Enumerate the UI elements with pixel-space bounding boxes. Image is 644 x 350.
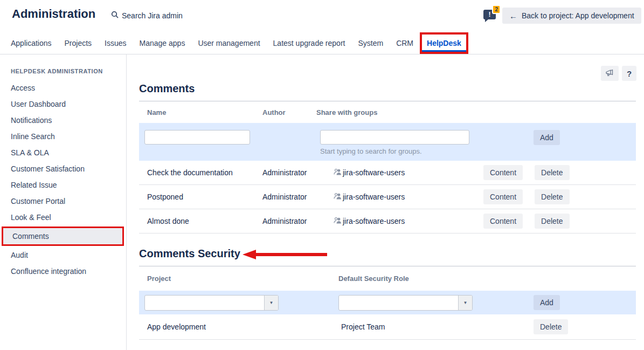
content-button[interactable]: Content [483, 189, 523, 204]
chevron-down-icon: ▼ [458, 296, 472, 310]
delete-button[interactable]: Delete [534, 319, 568, 334]
group-icon [334, 193, 342, 201]
tab-system[interactable]: System [351, 32, 390, 54]
helpdesk-sidebar: HELPDESK ADMINISTRATION Access User Dash… [0, 54, 127, 350]
megaphone-icon [605, 69, 614, 78]
comment-author: Administrator [262, 217, 316, 225]
comments-section: Comments Name Author Share with groups S… [139, 83, 636, 234]
sidebar-item-access[interactable]: Access [0, 80, 126, 96]
comment-name: Check the documentation [139, 168, 262, 177]
sidebar-item-user-dashboard[interactable]: User Dashboard [0, 96, 126, 112]
security-add-row: ▼ ▼ Add [139, 291, 636, 314]
tab-projects[interactable]: Projects [58, 32, 99, 54]
tab-helpdesk[interactable]: HelpDesk [420, 32, 468, 54]
groups-input-hint: Start typing to search for groups. [320, 147, 483, 155]
sidebar-item-audit[interactable]: Audit [0, 247, 126, 263]
tab-crm[interactable]: CRM [390, 32, 420, 54]
delete-button[interactable]: Delete [535, 214, 569, 229]
comment-row: Check the documentation Administrator ji… [139, 161, 636, 185]
comments-security-title: Comments Security [139, 248, 636, 260]
comment-group: jira-software-users [343, 193, 405, 201]
tab-applications[interactable]: Applications [4, 32, 58, 54]
admin-search[interactable]: Search Jira admin [111, 11, 183, 20]
comment-row: Postponed Administrator jira-software-us… [139, 185, 636, 209]
add-comment-button[interactable]: Add [534, 130, 560, 145]
comment-author: Administrator [262, 168, 316, 177]
sidebar-item-sla-ola[interactable]: SLA & OLA [0, 145, 126, 161]
sidebar-item-customer-portal[interactable]: Customer Portal [0, 193, 126, 209]
comments-table-header: Name Author Share with groups [139, 101, 636, 123]
sidebar-item-comments[interactable]: Comments [2, 227, 124, 246]
comment-author: Administrator [262, 193, 316, 201]
app-header: Administration Search Jira admin ! 2 ← B… [0, 0, 644, 32]
comment-row: Almost done Administrator jira-software-… [139, 209, 636, 234]
comment-name-input[interactable] [144, 130, 250, 145]
column-author: Author [262, 108, 316, 116]
page-title: Administration [12, 7, 95, 21]
tab-manage-apps[interactable]: Manage apps [133, 32, 192, 54]
security-project: App development [139, 322, 333, 331]
delete-button[interactable]: Delete [535, 189, 569, 204]
sidebar-item-look-feel[interactable]: Look & Feel [0, 209, 126, 225]
tab-latest-upgrade-report[interactable]: Latest upgrade report [267, 32, 352, 54]
delete-button[interactable]: Delete [535, 165, 569, 180]
sidebar-item-notifications[interactable]: Notifications [0, 112, 126, 128]
column-name: Name [139, 108, 262, 116]
notification-exclamation: ! [489, 11, 491, 18]
back-to-project-button[interactable]: ← Back to project: App development [502, 8, 641, 24]
comment-name: Postponed [139, 193, 262, 201]
tab-user-management[interactable]: User management [191, 32, 266, 54]
search-label: Search Jira admin [122, 11, 183, 20]
main-content: ? Comments Name Author Share with groups… [127, 54, 644, 350]
sidebar-section-title: HELPDESK ADMINISTRATION [11, 68, 126, 74]
jira-admin-page: Administration Search Jira admin ! 2 ← B… [0, 0, 644, 350]
content-button[interactable]: Content [483, 214, 523, 229]
security-row: App development Project Team Delete [139, 314, 636, 340]
back-arrow-icon: ← [509, 12, 517, 20]
column-project: Project [139, 274, 333, 283]
content-button[interactable]: Content [483, 165, 523, 180]
comment-name: Almost done [139, 217, 262, 225]
comment-group: jira-software-users [343, 168, 405, 177]
project-select[interactable]: ▼ [144, 295, 279, 311]
search-icon [111, 11, 119, 20]
add-security-button[interactable]: Add [534, 295, 560, 310]
back-button-label: Back to project: App development [522, 11, 634, 20]
comments-add-row: Start typing to search for groups. Add [139, 123, 636, 161]
group-icon [334, 168, 342, 177]
sidebar-item-customer-satisfaction[interactable]: Customer Satisfaction [0, 161, 126, 177]
security-role-select[interactable]: ▼ [338, 295, 473, 311]
sidebar-item-inline-search[interactable]: Inline Search [0, 128, 126, 145]
tab-issues[interactable]: Issues [98, 32, 133, 54]
security-table-header: Project Default Security Role [139, 266, 636, 291]
help-button[interactable]: ? [622, 66, 636, 81]
column-default-security-role: Default Security Role [333, 274, 534, 283]
group-icon [334, 217, 342, 225]
sidebar-item-related-issue[interactable]: Related Issue [0, 177, 126, 193]
sidebar-item-confluence-integration[interactable]: Confluence integration [0, 263, 126, 279]
project-select-value [145, 296, 264, 310]
chevron-down-icon: ▼ [264, 296, 278, 310]
notification-icon[interactable]: ! 2 [483, 10, 496, 19]
announcement-button[interactable] [601, 66, 619, 81]
comment-group: jira-software-users [343, 217, 405, 225]
comments-security-section: Comments Security Project Default Securi… [139, 248, 636, 340]
comment-groups-input[interactable] [320, 130, 469, 145]
column-share-with-groups: Share with groups [316, 108, 483, 116]
security-role-select-value [339, 296, 458, 310]
notification-badge: 2 [492, 5, 501, 14]
security-role: Project Team [333, 322, 534, 331]
comments-section-title: Comments [139, 83, 636, 95]
admin-tab-bar: Applications Projects Issues Manage apps… [0, 32, 644, 54]
